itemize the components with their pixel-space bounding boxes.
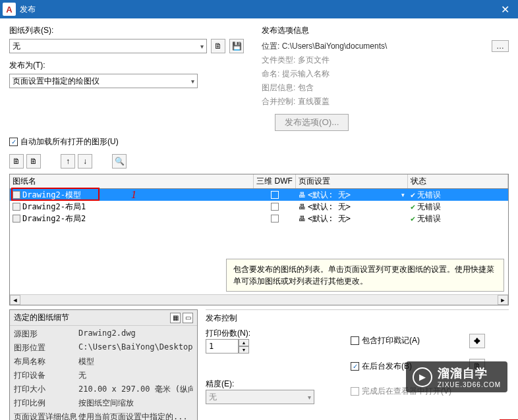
ok-icon: ✔: [411, 202, 415, 211]
scroll-right-icon[interactable]: ►: [498, 295, 508, 305]
check-icon: ✓: [351, 362, 359, 371]
add-sheet-icon[interactable]: 🗎: [9, 154, 24, 169]
ok-icon: ✔: [411, 214, 415, 223]
detail-row: 打印设备无: [10, 369, 197, 382]
table-row[interactable]: Drawing2-模型🖶<默认: 无>▾✔无错误: [10, 189, 508, 201]
col-state[interactable]: 状态: [408, 174, 508, 188]
browse-button[interactable]: …: [492, 40, 509, 52]
page-setup-icon: 🖶: [299, 215, 306, 223]
unchecked-icon: ✓: [351, 387, 359, 396]
stamp-settings-icon[interactable]: 🟆: [469, 334, 485, 348]
publish-control: 发布控制 打印份数(N): 1 ▲ ▼ ✓ 包含打印戳记(A): [206, 309, 509, 420]
info-naming: 命名: 提示输入名称: [262, 68, 509, 80]
publish-as-label: 发布为(T):: [9, 60, 250, 71]
col-dwf[interactable]: 三维 DWF: [254, 174, 296, 188]
detail-row: 页面设置详细信息使用当前页面设置中指定的...: [10, 410, 197, 420]
precision-select[interactable]: 无: [206, 390, 314, 404]
detail-row: 打印大小210.00 x 297.00 毫米 (纵向): [10, 382, 197, 396]
table-row[interactable]: Drawing2-布局1🖶<默认: 无>✔无错误: [10, 201, 508, 213]
page-setup-icon: 🖶: [299, 191, 306, 199]
info-filetype: 文件类型: 多页文件: [262, 55, 509, 66]
detail-row: 布局名称模型: [10, 355, 197, 369]
info-location: 位置: C:\Users\BaiYong\documents\ …: [262, 40, 509, 52]
copies-input[interactable]: 1: [206, 339, 239, 354]
detail-row: 图形位置C:\Users\BaiYong\Desktop: [10, 341, 197, 355]
details-collapse-icon[interactable]: ▭: [183, 313, 193, 323]
publish-control-title: 发布控制: [206, 313, 509, 324]
move-down-icon[interactable]: ↓: [78, 154, 92, 169]
annotation-number-1: 1: [131, 189, 136, 201]
horizontal-scrollbar[interactable]: ◄ ►: [10, 294, 508, 305]
col-page[interactable]: 页面设置: [296, 174, 408, 188]
title-bar: A 发布 ✕: [0, 0, 518, 18]
info-merge: 合并控制: 直线覆盖: [262, 96, 509, 107]
move-up-icon[interactable]: ↑: [61, 154, 75, 169]
publish-options-button[interactable]: 发布选项(O)...: [275, 114, 349, 131]
detail-row: 打印比例按图纸空间缩放: [10, 396, 197, 410]
remove-sheet-icon[interactable]: 🗎: [26, 154, 41, 169]
sheet-table: 图纸名 三维 DWF 页面设置 状态 Drawing2-模型🖶<默认: 无>▾✔…: [9, 174, 509, 305]
background-publish-checkbox[interactable]: ✓ 在后台发布(B): [351, 361, 456, 372]
detail-row: 源图形Drawing2.dwg: [10, 327, 197, 341]
app-logo-icon: A: [3, 3, 16, 16]
copies-label: 打印份数(N):: [206, 328, 337, 339]
unchecked-icon: ✓: [351, 336, 359, 345]
open-viewer-checkbox: ✓ 完成后在查看器中打开(V): [351, 386, 456, 397]
details-panel: 选定的图纸细节 ▦ ▭ 源图形Drawing2.dwg图形位置C:\Users\…: [9, 309, 198, 420]
sheet-list-label: 图纸列表(S):: [9, 25, 250, 36]
window-title: 发布: [20, 4, 36, 15]
precision-label: 精度(E):: [206, 379, 337, 390]
preview-icon[interactable]: 🔍: [112, 154, 127, 169]
details-title: 选定的图纸细节: [14, 312, 69, 323]
check-icon: ✓: [9, 138, 18, 146]
sheet-list-select[interactable]: 无: [9, 39, 207, 53]
sheet-icon: [13, 215, 20, 223]
page-setup-icon: 🖶: [299, 203, 306, 211]
publish-as-select[interactable]: 页面设置中指定的绘图仪: [9, 74, 198, 88]
background-settings-icon[interactable]: 🗎: [469, 359, 485, 373]
save-icon[interactable]: 💾: [229, 39, 244, 53]
import-icon[interactable]: 🗎: [211, 39, 225, 53]
autoload-checkbox[interactable]: ✓ 自动加载所有打开的图形(U): [9, 136, 509, 147]
info-title: 发布选项信息: [262, 25, 509, 36]
sheet-icon: [13, 191, 20, 199]
close-icon[interactable]: ✕: [492, 0, 518, 18]
table-row[interactable]: Drawing2-布局2🖶<默认: 无>✔无错误: [10, 213, 508, 224]
tooltip: 包含要发布的图纸的列表。单击页面设置列可更改图纸的设置。使用快捷菜单可添加图纸或…: [226, 259, 504, 292]
copies-down-icon[interactable]: ▼: [239, 346, 249, 354]
scroll-left-icon[interactable]: ◄: [10, 295, 20, 305]
include-stamp-checkbox[interactable]: ✓ 包含打印戳记(A): [351, 335, 456, 346]
copies-up-icon[interactable]: ▲: [239, 339, 249, 346]
sheet-toolbar: 🗎 🗎 ↑ ↓ 🔍: [9, 154, 509, 169]
sheet-icon: [13, 203, 20, 211]
col-name[interactable]: 图纸名: [10, 174, 254, 188]
details-view-icon[interactable]: ▦: [170, 313, 181, 323]
info-layer: 图层信息: 包含: [262, 82, 509, 93]
ok-icon: ✔: [411, 190, 415, 199]
